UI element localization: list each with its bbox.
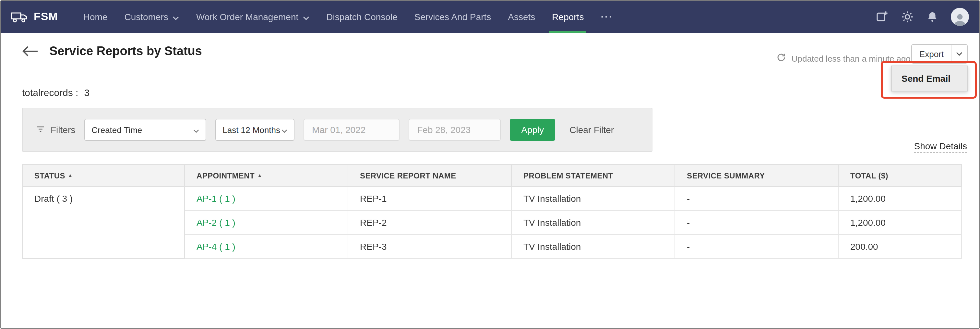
problem-cell: TV Installation	[511, 187, 675, 211]
summary-cell: -	[675, 187, 838, 211]
filter-bar: Filters Created Time Last 12 Months Appl…	[22, 108, 652, 152]
appointment-cell: AP-4 ( 1 )	[185, 235, 348, 259]
nav-item-assets[interactable]: Assets	[500, 1, 544, 33]
show-details-link[interactable]: Show Details	[914, 141, 967, 152]
fsm-logo-icon	[11, 11, 28, 23]
nav-item-reports[interactable]: Reports	[544, 1, 592, 33]
chevron-down-icon	[303, 12, 309, 22]
page-title: Service Reports by Status	[49, 44, 202, 58]
nav-items: Home Customers Work Order Management Dis…	[75, 1, 622, 33]
nav-item-customers[interactable]: Customers	[116, 1, 188, 33]
filter-icon	[36, 124, 45, 135]
last-updated-text: Updated less than a minute ago	[792, 54, 911, 63]
start-date-input[interactable]	[304, 119, 399, 141]
total-cell: 1,200.00	[838, 187, 961, 211]
menu-item-send-email[interactable]: Send Email	[892, 66, 967, 91]
sort-asc-icon: ▲	[68, 172, 73, 178]
refresh-icon[interactable]	[777, 53, 786, 64]
nav-item-dispatch-console[interactable]: Dispatch Console	[318, 1, 406, 33]
summary-cell: -	[675, 235, 838, 259]
appointment-link[interactable]: AP-4 ( 1 )	[197, 241, 235, 252]
nav-item-work-order-management[interactable]: Work Order Management	[188, 1, 318, 33]
filter-field-select[interactable]: Created Time	[84, 119, 206, 141]
total-records-label: totalrecords :	[22, 87, 78, 98]
total-cell: 1,200.00	[838, 211, 961, 235]
appointment-cell: AP-2 ( 1 )	[185, 211, 348, 235]
report-table: STATUS▲ APPOINTMENT▲ SERVICE REPORT NAME…	[22, 164, 962, 259]
column-header-total[interactable]: TOTAL ($)	[838, 164, 961, 187]
column-header-status[interactable]: STATUS▲	[22, 164, 185, 187]
column-header-service-report-name[interactable]: SERVICE REPORT NAME	[348, 164, 511, 187]
avatar[interactable]	[951, 8, 969, 26]
bell-icon[interactable]	[926, 10, 939, 23]
nav-more-button[interactable]: ···	[592, 1, 621, 33]
filter-range-select[interactable]: Last 12 Months	[215, 119, 294, 141]
export-label: Export	[912, 45, 951, 63]
appointment-link[interactable]: AP-2 ( 1 )	[197, 217, 235, 228]
chevron-down-icon	[282, 125, 287, 135]
last-updated: Updated less than a minute ago	[777, 53, 911, 64]
chevron-down-icon	[193, 125, 199, 135]
back-arrow-icon[interactable]	[22, 45, 38, 57]
top-navbar: FSM Home Customers Work Order Management…	[1, 1, 979, 33]
column-header-service-summary[interactable]: SERVICE SUMMARY	[675, 164, 838, 187]
status-group-cell: Draft ( 3 )	[22, 187, 185, 259]
apply-button[interactable]: Apply	[510, 119, 555, 141]
total-cell: 200.00	[838, 235, 961, 259]
appointment-link[interactable]: AP-1 ( 1 )	[197, 193, 235, 204]
clear-filter-button[interactable]: Clear Filter	[570, 125, 614, 135]
summary-cell: -	[675, 211, 838, 235]
column-header-appointment[interactable]: APPOINTMENT▲	[185, 164, 348, 187]
report-name-cell: REP-1	[348, 187, 511, 211]
nav-item-home[interactable]: Home	[75, 1, 116, 33]
chevron-down-icon[interactable]	[951, 45, 967, 63]
nav-right-cluster	[876, 1, 969, 33]
filters-toggle[interactable]: Filters	[36, 124, 75, 135]
export-dropdown-menu: Send Email	[891, 65, 968, 91]
brand-name: FSM	[34, 10, 58, 23]
report-name-cell: REP-3	[348, 235, 511, 259]
problem-cell: TV Installation	[511, 211, 675, 235]
sort-asc-icon: ▲	[257, 172, 262, 178]
table-row: Draft ( 3 ) AP-1 ( 1 ) REP-1 TV Installa…	[22, 187, 961, 211]
appointment-cell: AP-1 ( 1 )	[185, 187, 348, 211]
gear-icon[interactable]	[901, 10, 914, 23]
app-window: FSM Home Customers Work Order Management…	[0, 0, 980, 329]
brand[interactable]: FSM	[11, 1, 58, 33]
compose-icon[interactable]	[876, 10, 889, 23]
table-header-row: STATUS▲ APPOINTMENT▲ SERVICE REPORT NAME…	[22, 164, 961, 187]
end-date-input[interactable]	[409, 119, 501, 141]
total-records: totalrecords :3	[22, 87, 89, 98]
problem-cell: TV Installation	[511, 235, 675, 259]
chevron-down-icon	[173, 12, 179, 22]
total-records-value: 3	[84, 87, 89, 98]
column-header-problem-statement[interactable]: PROBLEM STATEMENT	[511, 164, 675, 187]
nav-item-services-and-parts[interactable]: Services And Parts	[406, 1, 500, 33]
report-name-cell: REP-2	[348, 211, 511, 235]
export-button[interactable]: Export	[912, 44, 968, 64]
page-header: Service Reports by Status	[22, 44, 202, 58]
